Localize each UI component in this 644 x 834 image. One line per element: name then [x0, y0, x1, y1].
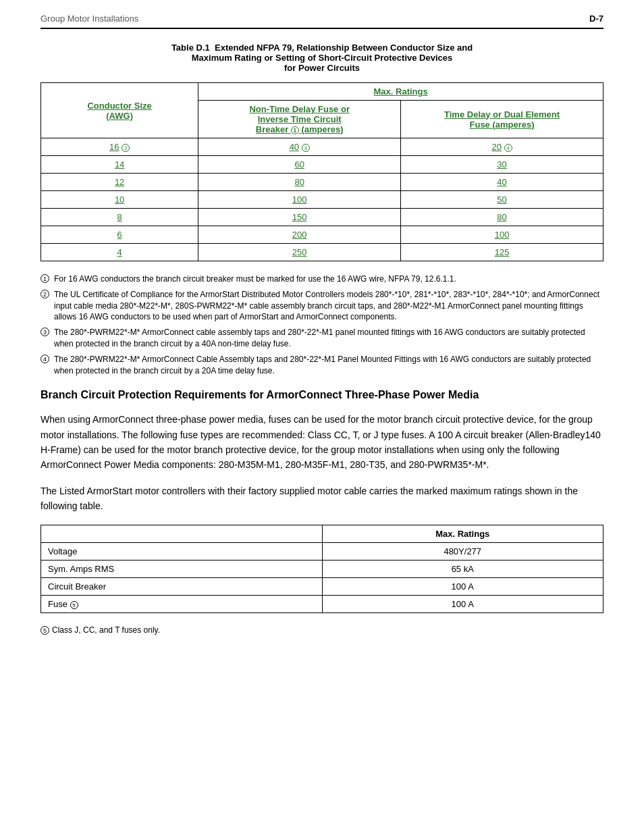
col1-header: Conductor Size(AWG): [41, 83, 198, 138]
table-row: 60: [198, 156, 401, 174]
bottom-table-cell: 100 A: [322, 595, 603, 613]
bottom-footnote-num: 5: [41, 626, 49, 635]
table-row: 16 2: [41, 138, 198, 156]
body-text-1: When using ArmorConnect three-phase powe…: [41, 412, 603, 473]
bottom-table: Max. Ratings Voltage480Y/277Sym. Amps RM…: [41, 525, 603, 613]
table-row: 20 4: [401, 138, 603, 156]
footnote-text: For 16 AWG conductors the branch circuit…: [54, 273, 456, 285]
table-row: 150: [198, 209, 401, 226]
bottom-table-cell: Fuse 5: [41, 595, 323, 613]
bottom-col2-header: Max. Ratings: [322, 525, 603, 542]
table-label: Table D.1: [171, 43, 210, 53]
bottom-footnote-text: Class J, CC, and T fuses only.: [52, 625, 160, 635]
bottom-table-cell: 480Y/277: [322, 542, 603, 560]
table-row: 8: [41, 209, 198, 226]
table-row: 40 3: [198, 138, 401, 156]
table-title: Table D.1 Extended NFPA 79, Relationship…: [41, 43, 603, 73]
page-header: Group Motor Installations D-7: [41, 14, 603, 29]
footnote-item: 2The UL Certificate of Compliance for th…: [41, 289, 603, 323]
table-row: 12: [41, 174, 198, 191]
max-ratings-header: Max. Ratings: [198, 83, 603, 101]
table-row: 100: [198, 191, 401, 209]
footnote-num: 1: [41, 273, 54, 283]
table-row: 125: [401, 244, 603, 261]
bottom-table-cell: Sym. Amps RMS: [41, 560, 323, 577]
bottom-table-cell: Circuit Breaker: [41, 577, 323, 595]
table-description: Extended NFPA 79, Relationship Between C…: [192, 43, 473, 73]
bottom-footnote: 5Class J, CC, and T fuses only.: [41, 625, 603, 635]
body-text-2: The Listed ArmorStart motor controllers …: [41, 484, 603, 514]
footnote-item: 4The 280*-PWRM22*-M* ArmorConnect Cable …: [41, 354, 603, 377]
col3-header: Time Delay or Dual ElementFuse (amperes): [401, 101, 603, 138]
bottom-table-cell: Voltage: [41, 542, 323, 560]
bottom-table-row: Sym. Amps RMS65 kA: [41, 560, 603, 577]
footnotes-section: 1For 16 AWG conductors the branch circui…: [41, 273, 603, 376]
page: Group Motor Installations D-7 Table D.1 …: [0, 0, 644, 834]
table-row: 30: [401, 156, 603, 174]
table-row: 80: [198, 174, 401, 191]
bottom-table-cell: 100 A: [322, 577, 603, 595]
table-row: 40: [401, 174, 603, 191]
table-row: 250: [198, 244, 401, 261]
table-row: 14: [41, 156, 198, 174]
table-row: 10: [41, 191, 198, 209]
table-row: 50: [401, 191, 603, 209]
table-desc-text: Extended NFPA 79, Relationship Between C…: [192, 43, 473, 73]
section-heading: Branch Circuit Protection Requirements f…: [41, 388, 603, 402]
footnote-num: 4: [41, 354, 54, 363]
footnote-text: The UL Certificate of Compliance for the…: [54, 289, 603, 323]
table-row: 6: [41, 226, 198, 244]
header-chapter: Group Motor Installations: [41, 14, 138, 24]
bottom-table-row: Fuse 5100 A: [41, 595, 603, 613]
footnote-text: The 280*-PWRM22*-M* ArmorConnect cable a…: [54, 327, 603, 350]
table-row: 80: [401, 209, 603, 226]
header-page-num: D-7: [589, 14, 603, 24]
bottom-table-cell: 65 kA: [322, 560, 603, 577]
table-row: 100: [401, 226, 603, 244]
col2-header: Non-Time Delay Fuse orInverse Time Circu…: [198, 101, 401, 138]
bottom-table-row: Voltage480Y/277: [41, 542, 603, 560]
main-table: Conductor Size(AWG) Max. Ratings Non-Tim…: [41, 82, 603, 261]
footnote-num: 2: [41, 289, 54, 298]
footnote-text: The 280*-PWRM22*-M* ArmorConnect Cable A…: [54, 354, 603, 377]
table-row: 4: [41, 244, 198, 261]
table-row: 200: [198, 226, 401, 244]
footnote-num: 3: [41, 327, 54, 336]
footnote-item: 3The 280*-PWRM22*-M* ArmorConnect cable …: [41, 327, 603, 350]
bottom-table-row: Circuit Breaker100 A: [41, 577, 603, 595]
bottom-col1-header: [41, 525, 323, 542]
footnote-item: 1For 16 AWG conductors the branch circui…: [41, 273, 603, 285]
